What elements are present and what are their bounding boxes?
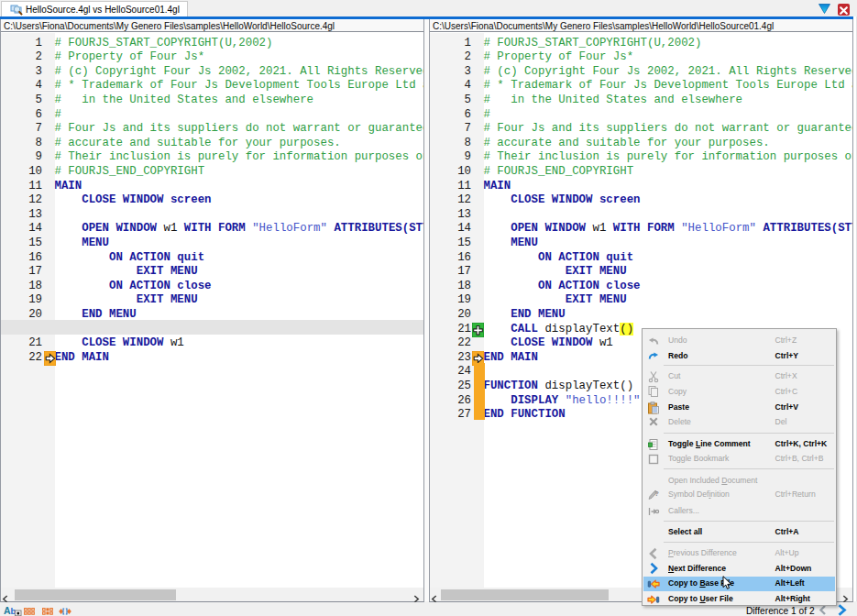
svg-text:?: ? (654, 490, 659, 498)
